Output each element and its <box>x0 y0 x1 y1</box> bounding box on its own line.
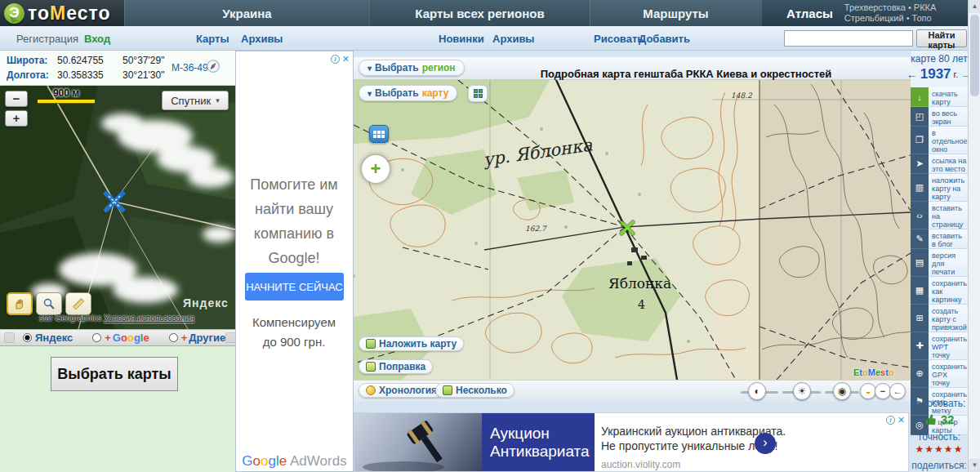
scrollbar-thumb[interactable] <box>970 15 979 96</box>
sidebar-ad[interactable]: i ✕ Помогите им найти вашу компанию в Go… <box>235 51 354 472</box>
sidebar-item-fullscreen[interactable]: ◰во весь экран <box>911 107 968 127</box>
dim-toggle-button[interactable]: − <box>875 383 891 399</box>
bottom-banner-ad[interactable]: Аукцион Антиквариата Украинский аукцион … <box>354 412 909 472</box>
radio-yandex[interactable] <box>23 333 32 342</box>
ad-close-icon[interactable]: ✕ <box>898 416 905 425</box>
grid-icon <box>373 131 385 138</box>
select-region-button[interactable]: ▾ Выбрать регион <box>359 60 465 76</box>
tab-ukraine[interactable]: Украина <box>124 0 369 26</box>
page-scrollbar[interactable]: ▲ ▼ <box>968 0 980 472</box>
layers-icon: ▥ <box>911 174 929 202</box>
atlases-line-1[interactable]: Трехверстовка • РККА <box>844 2 937 13</box>
radio-yandex-label[interactable]: Яндекс <box>35 332 73 344</box>
scroll-up-icon[interactable]: ▲ <box>969 0 980 13</box>
search-maps-button[interactable]: Найти карты <box>916 29 967 47</box>
add-link[interactable]: Добавить <box>639 33 690 45</box>
contrast-slider-thumb[interactable]: ◐ <box>748 382 766 400</box>
link-icon: ➤ <box>911 154 929 174</box>
zoom-out-button[interactable]: − <box>5 91 28 107</box>
sidebar-item-download-map[interactable]: ↓скачать карту <box>911 87 968 107</box>
tab-all-regions[interactable]: Карты всех регионов <box>369 0 590 26</box>
multiple-maps-button[interactable]: Несколько <box>435 383 514 398</box>
sepia-toggle-button[interactable]: ◒ <box>860 383 876 399</box>
radio-others-label[interactable]: Другие <box>189 332 225 344</box>
ad-go-button[interactable]: › <box>755 433 776 454</box>
logo-pin-icon: Э <box>4 3 24 24</box>
new-maps-link[interactable]: Новинки <box>439 33 484 45</box>
share-label: поделиться: <box>911 460 968 471</box>
sidebar-item-link-to-place[interactable]: ➤ссылка на это место <box>911 154 968 174</box>
maps-selection-zone: Выбрать карты <box>0 346 235 472</box>
accuracy-stars[interactable]: ★★★★★ <box>911 443 968 455</box>
radio-google-label[interactable]: Google <box>113 332 149 344</box>
correction-icon <box>366 362 376 372</box>
ad-url: auction.violity.com <box>601 459 680 470</box>
choose-maps-button[interactable]: Выбрать карты <box>51 357 178 391</box>
tab-routes[interactable]: Маршруты <box>590 0 761 26</box>
map-zoom-in-button[interactable]: + <box>362 155 390 183</box>
radio-google[interactable] <box>92 333 101 342</box>
reset-view-button[interactable]: ← <box>889 383 906 399</box>
search-input[interactable] <box>784 30 913 47</box>
atlases-links[interactable]: Трехверстовка • РККА Стрельбицкий • Топо <box>844 2 937 24</box>
terms-of-use-link[interactable]: Условия использования <box>104 314 194 323</box>
longitude-value: 30.358335 <box>57 69 104 81</box>
ad-info-icon[interactable]: i <box>886 416 895 425</box>
tab-atlases[interactable]: Атласы Трехверстовка • РККА Стрельбицкий… <box>761 0 968 26</box>
overlay-map-button[interactable]: Наложить карту <box>359 336 464 351</box>
ad-close-icon[interactable]: ✕ <box>342 55 350 64</box>
scale-label: 900 м <box>38 87 95 99</box>
ad-cta-button[interactable]: НАЧНИТЕ СЕЙЧАС <box>245 273 344 301</box>
scroll-down-icon[interactable]: ▼ <box>969 459 980 472</box>
ad-info-icon[interactable]: i <box>331 55 340 64</box>
historic-map-canvas[interactable]: ур. Яблонка Яблонка 4 162.7 148.2 ▾ Выбр… <box>354 80 911 380</box>
sidebar-item-save-gpx[interactable]: ⊕сохранить GPX точку <box>911 360 968 388</box>
saturation-slider-thumb[interactable]: ◉ <box>833 382 851 400</box>
login-link[interactable]: Вход <box>84 33 110 45</box>
chronology-button[interactable]: Хронология <box>359 383 444 398</box>
previous-year-arrow[interactable]: ← <box>906 68 918 81</box>
longitude-dms: 30°21'30" <box>122 69 164 81</box>
sidebar-item-overlay-maps[interactable]: ▥наложить карту на карту <box>911 174 968 202</box>
map-tiles-button[interactable] <box>468 85 488 102</box>
correction-button[interactable]: Поправка <box>359 359 433 374</box>
sidebar-item-print-version[interactable]: ▤версия для печати <box>911 249 968 277</box>
sidebar-item-save-wpt[interactable]: ✚сохранить WPT точку <box>911 332 968 360</box>
sidebar-item-save-image[interactable]: ▦сохранить как картинку <box>911 277 968 305</box>
ruler-tool-button[interactable] <box>65 292 91 315</box>
ukraine-archives-link[interactable]: Архивы <box>241 33 283 45</box>
sidebar-item-embed-blog[interactable]: ✎вставить в блог <box>911 229 968 249</box>
pan-tool-button[interactable] <box>7 292 33 315</box>
registration-link[interactable]: Регистрация <box>16 33 78 45</box>
grid-layer-button[interactable] <box>369 125 389 143</box>
radio-others[interactable] <box>169 333 178 342</box>
compass-icon[interactable] <box>206 59 220 76</box>
zoom-in-button[interactable]: + <box>5 110 28 127</box>
satellite-map-canvas[interactable]: − + 900 м Спутник ▾ star Geographics Усл… <box>0 86 235 329</box>
site-logo[interactable]: Э тоМесто <box>0 0 124 26</box>
sidebar-item-georeferenced-map[interactable]: ⊞создать карту с привязкой <box>911 305 968 332</box>
elevation-label: 148.2 <box>731 91 753 100</box>
source-prev-icon[interactable] <box>4 332 15 343</box>
brightness-icon: ☀ <box>798 385 807 397</box>
thumbs-up-icon[interactable] <box>924 413 937 425</box>
atlases-label: Атласы <box>786 7 833 20</box>
sidebar-item-embed-page[interactable]: ‹›вставить на страницу <box>911 202 968 229</box>
sidebar-item-separate-window[interactable]: ❐в отдельное окно <box>911 127 968 154</box>
ukraine-maps-link[interactable]: Карты <box>196 33 229 45</box>
scale-bar <box>38 100 95 104</box>
coordinates-block: Широта: 50.624755 50°37'29" Долгота: 30.… <box>0 51 235 86</box>
map-source-switcher: Яндекс + Google + Другие <box>0 329 235 346</box>
brightness-slider-thumb[interactable]: ☀ <box>793 382 811 400</box>
vote-label: голосовать: <box>911 398 968 409</box>
layer-select-button[interactable]: Спутник ▾ <box>162 91 229 110</box>
regions-archives-link[interactable]: Архивы <box>492 33 534 45</box>
zoom-select-tool-button[interactable] <box>36 292 62 315</box>
google-adwords-logo: Google AdWords <box>236 453 353 470</box>
draw-link[interactable]: Рисовать <box>594 33 644 45</box>
map-actions-menu: ↓скачать карту ◰во весь экран ❐в отдельн… <box>911 87 968 388</box>
select-map-button[interactable]: ▾ Выбрать карту <box>359 85 457 101</box>
atlases-line-2[interactable]: Стрельбицкий • Топо <box>844 13 937 24</box>
map-sheet-link[interactable]: М-36-49 <box>172 62 208 73</box>
printer-icon: ▤ <box>911 249 929 277</box>
